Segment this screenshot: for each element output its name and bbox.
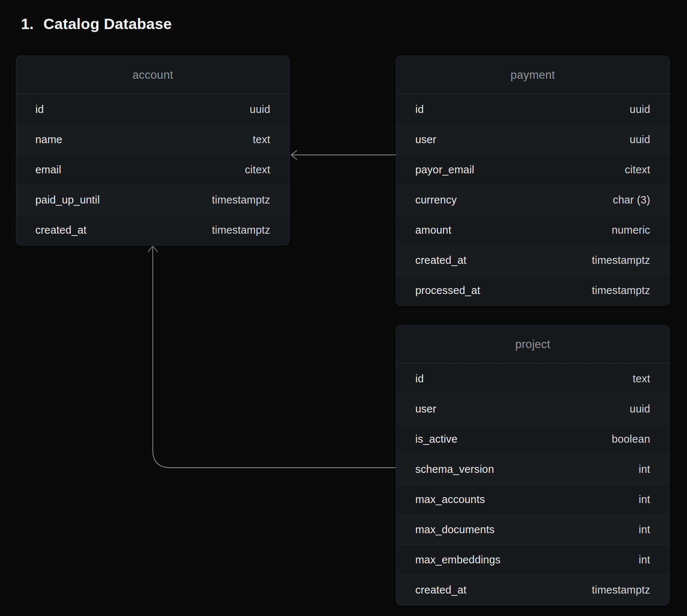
table-row: max_documents int <box>396 514 669 545</box>
field-type: timestamptz <box>212 194 270 206</box>
page-title-text: Catalog Database <box>43 15 172 33</box>
field-type: timestamptz <box>592 584 650 596</box>
field-type: int <box>639 493 650 506</box>
field-type: uuid <box>630 103 650 116</box>
table-title-account: account <box>16 56 289 94</box>
table-row: amount numeric <box>396 215 669 245</box>
table-row: created_at timestamptz <box>16 215 289 245</box>
field-type: citext <box>625 164 650 176</box>
table-row: email citext <box>16 155 289 185</box>
page-title: 1. Catalog Database <box>21 15 172 33</box>
table-row: user uuid <box>396 124 669 155</box>
field-type: uuid <box>630 403 650 415</box>
field-name: amount <box>415 224 451 236</box>
field-name: is_active <box>415 433 458 445</box>
field-type: text <box>253 134 270 146</box>
table-rows-project: id text user uuid is_active boolean sche… <box>396 364 669 605</box>
field-name: id <box>35 103 44 116</box>
table-row: id text <box>396 364 669 394</box>
field-type: timestamptz <box>592 254 650 266</box>
field-name: user <box>415 403 436 415</box>
table-row: schema_version int <box>396 454 669 484</box>
field-name: id <box>415 373 424 385</box>
table-card-project[interactable]: project id text user uuid is_active bool… <box>396 325 670 605</box>
field-name: max_accounts <box>415 493 485 506</box>
field-name: user <box>415 134 436 146</box>
field-name: max_embeddings <box>415 554 501 566</box>
table-card-account[interactable]: account id uuid name text email citext p… <box>16 56 290 245</box>
field-name: id <box>415 103 424 116</box>
field-name: currency <box>415 194 457 206</box>
field-name: email <box>35 164 61 176</box>
table-row: max_accounts int <box>396 484 669 514</box>
table-row: max_embeddings int <box>396 545 669 575</box>
table-row: currency char (3) <box>396 185 669 215</box>
table-rows-account: id uuid name text email citext paid_up_u… <box>16 94 289 245</box>
table-row: created_at timestamptz <box>396 245 669 275</box>
field-name: paid_up_until <box>35 194 100 206</box>
table-row: name text <box>16 124 289 155</box>
field-name: created_at <box>35 224 87 236</box>
field-name: processed_at <box>415 284 480 297</box>
field-type: uuid <box>250 103 270 116</box>
field-name: created_at <box>415 584 466 596</box>
arrowhead-project-to-account <box>148 246 158 252</box>
field-name: created_at <box>415 254 466 266</box>
field-type: timestamptz <box>592 284 650 297</box>
field-type: int <box>639 554 650 566</box>
table-row: id uuid <box>396 94 669 124</box>
table-row: created_at timestamptz <box>396 575 669 605</box>
table-rows-payment: id uuid user uuid payor_email citext cur… <box>396 94 669 305</box>
table-row: processed_at timestamptz <box>396 275 669 305</box>
table-row: user uuid <box>396 394 669 424</box>
field-type: text <box>633 373 650 385</box>
arrowhead-payment-to-account <box>291 151 297 159</box>
field-type: citext <box>245 164 270 176</box>
field-type: uuid <box>630 134 650 146</box>
table-row: payor_email citext <box>396 155 669 185</box>
field-name: payor_email <box>415 164 474 176</box>
field-name: name <box>35 134 62 146</box>
table-row: is_active boolean <box>396 424 669 454</box>
field-name: schema_version <box>415 463 494 475</box>
table-row: paid_up_until timestamptz <box>16 185 289 215</box>
edge-project-to-account <box>153 246 396 468</box>
field-type: int <box>639 524 650 536</box>
table-title-payment: payment <box>396 56 669 94</box>
table-row: id uuid <box>16 94 289 124</box>
table-title-project: project <box>396 325 669 364</box>
field-type: numeric <box>612 224 650 236</box>
field-type: int <box>639 463 650 475</box>
page-title-number: 1. <box>21 15 34 33</box>
field-type: char (3) <box>613 194 650 206</box>
field-name: max_documents <box>415 524 494 536</box>
field-type: boolean <box>612 433 650 445</box>
field-type: timestamptz <box>212 224 270 236</box>
table-card-payment[interactable]: payment id uuid user uuid payor_email ci… <box>396 56 670 306</box>
